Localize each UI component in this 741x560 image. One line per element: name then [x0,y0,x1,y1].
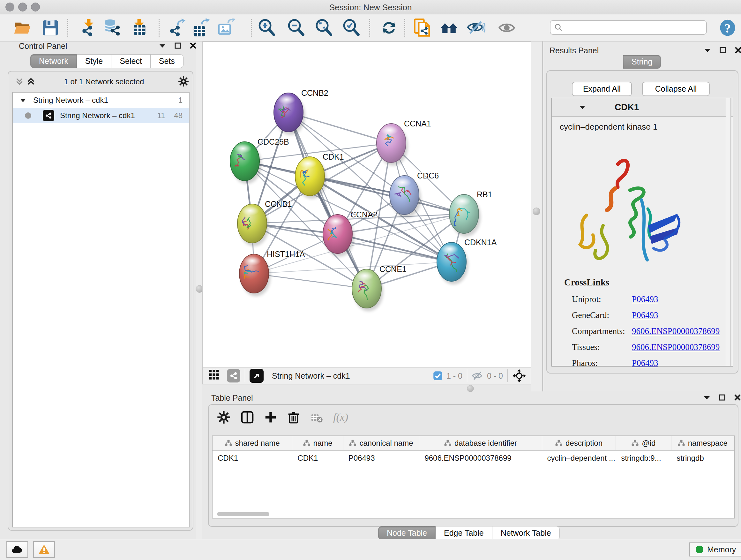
collapse-section-icon[interactable] [579,105,586,110]
crosslink-link[interactable]: 9606.ENSP00000378699 [632,326,720,336]
import-table-file-button[interactable] [129,17,149,38]
tab-network-table[interactable]: Network Table [492,526,560,540]
export-table-button[interactable] [191,17,211,38]
memory-status-dot [696,546,703,553]
export-network-button[interactable] [167,17,188,38]
horizontal-splitter-handle[interactable] [467,385,474,392]
memory-button[interactable]: Memory [689,543,741,557]
float-panel-icon[interactable] [159,43,166,48]
first-neighbors-button[interactable] [439,17,459,38]
fit-selected-crosshair-icon[interactable] [512,369,526,383]
show-all-button[interactable] [496,17,517,38]
crosslink-link[interactable]: 9606.ENSP00000378699 [632,342,720,352]
open-session-button[interactable] [12,17,32,38]
left-splitter[interactable] [196,42,202,539]
network-node-CDC6[interactable] [390,176,419,214]
delete-column-trash-icon[interactable] [287,411,300,424]
network-node-CDC25B[interactable] [230,142,259,181]
cloud-status-button[interactable] [6,541,28,558]
table-settings-gear-icon[interactable] [217,411,230,424]
column-header-shared-name[interactable]: shared name [212,436,292,450]
search-input[interactable] [562,23,698,32]
network-node-CCNB2[interactable] [274,93,303,132]
column-header-description[interactable]: description [542,436,616,450]
network-node-CCNA2[interactable] [323,214,352,253]
table-horizontal-scrollbar[interactable] [212,511,734,516]
edge-CDK1-RB1[interactable] [310,176,464,214]
column-type-icon [349,440,356,447]
close-panel-icon[interactable] [735,47,741,54]
column-header-database-identifier[interactable]: database identifier [419,436,542,450]
export-image-icon [217,18,235,37]
zoom-fit-button[interactable] [314,17,334,38]
node-description: cyclin–dependent kinase 1 [560,122,733,132]
tab-select[interactable]: Select [111,54,150,68]
results-vertical-scrollbar[interactable] [726,98,731,366]
clone-network-button[interactable] [412,17,432,38]
network-node-HIST1H1A[interactable] [239,254,269,293]
table-row[interactable]: CDK1CDK1P064939606.ENSP00000378699cyclin… [212,451,734,465]
tab-edge-table[interactable]: Edge Table [435,526,492,540]
column-header-canonical-name[interactable]: canonical name [343,436,420,450]
help-button[interactable]: ? [718,17,738,38]
import-network-database-button[interactable] [102,17,123,38]
tab-network[interactable]: Network [30,54,77,68]
network-row-selected[interactable]: String Network – cdk1 11 48 [13,108,189,123]
zoom-selected-button[interactable] [341,17,361,38]
birdseye-grid-icon[interactable] [208,369,220,382]
network-options-gear-icon[interactable] [178,76,189,88]
network-node-CCNE1[interactable] [352,269,381,308]
column-header-name[interactable]: name [292,436,343,450]
maximize-panel-icon[interactable] [174,42,181,49]
show-columns-icon[interactable] [241,411,254,424]
crosslink-link[interactable]: P06493 [632,294,658,304]
hide-selected-button[interactable] [466,17,486,38]
zoom-in-button[interactable] [257,17,277,38]
float-panel-icon[interactable] [704,48,711,53]
float-panel-icon[interactable] [703,395,711,400]
network-node-RB1[interactable] [449,194,479,233]
network-node-CDKN1A[interactable] [437,242,466,281]
network-node-CDK1[interactable] [295,157,325,196]
edge-CCNB2-CCNE1[interactable] [288,112,367,289]
collapse-all-button[interactable]: Collapse All [642,82,710,96]
right-splitter[interactable] [531,42,542,391]
maximize-panel-icon[interactable] [719,47,726,54]
network-icon [43,110,54,121]
tab-style[interactable]: Style [77,54,112,68]
network-graph[interactable]: CCNB2CCNA1CDC25BCDK1CDC6RB1CCNB1CCNA2CDK… [203,42,531,367]
crosslink-row: Uniprot:P06493 [572,291,725,307]
save-session-button[interactable] [40,17,61,38]
create-column-plus-icon[interactable] [264,411,277,424]
column-header-@id[interactable]: @id [616,436,671,450]
right-splitter-handle[interactable] [533,207,540,215]
network-collection-row[interactable]: String Network – cdk1 1 [13,92,189,108]
tab-sets[interactable]: Sets [151,54,184,68]
collapse-all-networks-icon[interactable] [15,77,24,87]
open-in-window-icon[interactable] [250,369,264,383]
zoom-out-button[interactable] [286,17,307,38]
maximize-panel-icon[interactable] [719,394,726,401]
column-header-namespace[interactable]: namespace [671,436,734,450]
search-box[interactable] [550,20,707,35]
node-details-header[interactable]: CDK1 [552,98,733,117]
warnings-button[interactable] [33,541,55,558]
scrollbar-thumb[interactable] [217,512,269,516]
expand-all-networks-icon[interactable] [26,77,36,87]
collapse-triangle-icon[interactable] [20,98,26,103]
expand-all-button[interactable]: Expand All [572,82,632,96]
table-toolbar: f(x) [217,411,348,424]
node-label-CDC25B: CDC25B [258,137,289,146]
network-canvas[interactable]: CCNB2CCNA1CDC25BCDK1CDC6RB1CCNB1CCNA2CDK… [202,42,531,368]
crosslink-link[interactable]: P06493 [632,358,658,368]
tab-node-table[interactable]: Node Table [378,526,435,540]
network-node-CCNB1[interactable] [238,204,267,243]
tab-string[interactable]: String [623,55,661,69]
export-image-button[interactable] [216,17,237,38]
crosslink-link[interactable]: P06493 [632,310,658,320]
close-panel-icon[interactable] [734,394,741,401]
refresh-button[interactable] [379,17,399,38]
edge-CCNE1-HIST1H1A[interactable] [254,273,367,289]
network-node-CCNA1[interactable] [377,124,406,163]
import-network-file-button[interactable] [78,17,99,38]
